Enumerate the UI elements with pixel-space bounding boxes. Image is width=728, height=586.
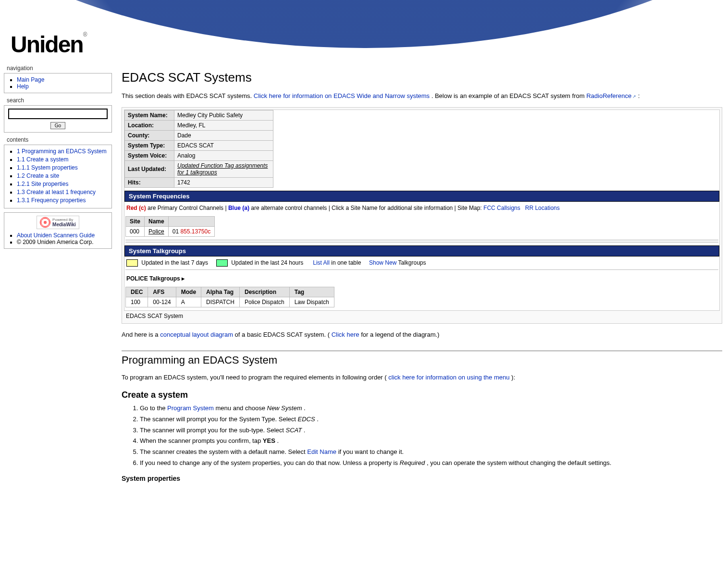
intro-paragraph: This section deals with EDACS SCAT syste…: [122, 91, 722, 101]
swatch-7d-icon: [126, 259, 138, 267]
toc-1-1-1[interactable]: 1.1.1 System properties: [17, 164, 78, 171]
intro-link-wide-narrow[interactable]: Click here for information on EDACS Wide…: [254, 92, 430, 99]
search-go-button[interactable]: Go: [50, 122, 65, 129]
intro-text-c: :: [638, 92, 640, 99]
example-system-figure: System Name:Medley City Public Safety Lo…: [122, 107, 722, 324]
link-using-the-menu[interactable]: click here for information on using the …: [388, 374, 509, 381]
nav-heading: navigation: [7, 65, 112, 72]
toc-1-1[interactable]: 1.1 Create a system: [17, 156, 68, 163]
table-row: Hits:1742: [125, 177, 273, 187]
search-portlet: Go: [4, 105, 112, 133]
legend-red-c: Red (c): [126, 205, 146, 211]
swatch-24h-icon: [216, 259, 228, 267]
table-row: Location:Medley, FL: [125, 120, 273, 130]
banner: Uniden®: [0, 0, 728, 62]
diagram-paragraph: And here is a conceptual layout diagram …: [122, 330, 722, 340]
police-talkgroups-heading[interactable]: POLICE Talkgroups ▸: [124, 270, 719, 285]
intro-text-b: . Below is an example of an EDACS SCAT s…: [432, 92, 586, 99]
contents-heading: contents: [7, 136, 112, 143]
h3-create-system: Create a system: [122, 390, 722, 400]
list-item: Go to the Program System menu and choose…: [140, 404, 722, 413]
toc-1-3[interactable]: 1.3 Create at least 1 frequency: [17, 189, 96, 195]
link-fcc-callsigns[interactable]: FCC Callsigns: [483, 205, 520, 211]
figure-caption: EDACS SCAT System: [124, 311, 720, 321]
h4-system-properties: System properties: [122, 475, 722, 482]
mediawiki-powered-text: Powered By: [52, 218, 76, 222]
talkgroup-legend: Updated in the last 7 days Updated in th…: [124, 256, 719, 269]
toc-1[interactable]: 1 Programming an EDACS System: [17, 148, 107, 155]
toc-1-2-1[interactable]: 1.2.1 Site properties: [17, 181, 68, 187]
site-name-link[interactable]: Police: [148, 228, 164, 235]
nav-help[interactable]: Help: [17, 83, 29, 90]
main-content: EDACS SCAT Systems This section deals wi…: [116, 62, 728, 505]
site-table: Site Name 000 Police 01 855.13750c: [125, 216, 215, 237]
mediawiki-flower-icon: [40, 217, 50, 228]
list-item: If you need to change any of the system …: [140, 459, 722, 468]
footer-about-link[interactable]: About Uniden Scanners Guide: [17, 232, 95, 239]
toc-1-3-1[interactable]: 1.3.1 Frequency properties: [17, 197, 86, 204]
table-row: System Name:Medley City Public Safety: [125, 110, 273, 120]
toc-portlet: 1 Programming an EDACS System 1.1 Create…: [4, 145, 112, 208]
brand-logo: Uniden®: [11, 31, 87, 58]
footer-portlet: Powered By MediaWiki About Uniden Scanne…: [4, 212, 112, 249]
system-talkgroups-bar: System Talkgroups: [124, 245, 719, 256]
search-heading: search: [7, 97, 112, 104]
link-show-new[interactable]: Show New: [369, 259, 396, 266]
create-system-steps: Go to the Program System menu and choose…: [122, 404, 722, 468]
table-row: 100 00-124 A DISPATCH Police Dispatch La…: [126, 297, 334, 307]
list-item: The scanner will prompt you for the Syst…: [140, 415, 722, 424]
mediawiki-badge[interactable]: Powered By MediaWiki: [8, 216, 108, 229]
banner-arc-decoration: [0, 0, 728, 48]
programming-intro: To program an EDACS system, you'll need …: [122, 373, 722, 382]
table-row: County:Dade: [125, 130, 273, 140]
mediawiki-name-text: MediaWiki: [52, 222, 76, 227]
link-program-system[interactable]: Program System: [167, 404, 214, 412]
list-item: The scanner creates the system with a de…: [140, 448, 722, 457]
search-input[interactable]: [8, 109, 108, 119]
table-row: 000 Police 01 855.13750c: [126, 226, 215, 236]
page-title: EDACS SCAT Systems: [122, 70, 722, 85]
freq-legend-note: Red (c) are Primary Control Channels | B…: [124, 202, 719, 214]
sidebar: navigation Main Page Help search Go cont…: [0, 62, 116, 256]
freq-primary: 855.13750c: [180, 228, 210, 235]
footer-copyright: © 2009 Uniden America Corp.: [17, 239, 94, 245]
list-item: The scanner will prompt you for the sub-…: [140, 426, 722, 435]
table-row: System Type:EDACS SCAT: [125, 140, 273, 150]
legend-blue-a: Blue (a): [228, 205, 249, 211]
nav-portlet: Main Page Help: [4, 73, 112, 93]
link-legend-click-here[interactable]: Click here: [332, 331, 359, 338]
intro-link-radioreference[interactable]: RadioReference: [586, 92, 636, 99]
list-item: When the scanner prompts you confirm, ta…: [140, 437, 722, 446]
link-conceptual-layout[interactable]: conceptual layout diagram: [160, 331, 233, 338]
intro-text-a: This section deals with EDACS SCAT syste…: [122, 92, 254, 99]
link-edit-name[interactable]: Edit Name: [307, 448, 336, 455]
h2-programming: Programming an EDACS System: [122, 351, 722, 366]
link-list-all[interactable]: List All: [313, 259, 330, 266]
system-info-table: System Name:Medley City Public Safety Lo…: [124, 110, 273, 188]
talkgroup-table: DEC AFS Mode Alpha Tag Description Tag 1…: [125, 287, 334, 307]
system-frequencies-bar: System Frequencies: [124, 191, 719, 202]
link-rr-locations[interactable]: RR Locations: [525, 205, 560, 211]
nav-main-page[interactable]: Main Page: [17, 76, 44, 83]
table-row: System Voice:Analog: [125, 150, 273, 160]
toc-1-2[interactable]: 1.2 Create a site: [17, 172, 59, 179]
table-row: Last Updated:Updated Function Tag assign…: [125, 160, 273, 177]
